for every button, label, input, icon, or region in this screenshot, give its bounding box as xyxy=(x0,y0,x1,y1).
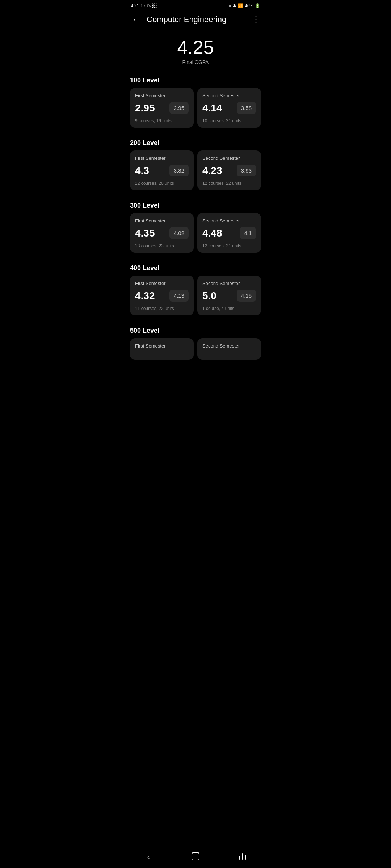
sem-courses-0-1: 10 courses, 21 units xyxy=(202,118,256,123)
semester-card-1-1[interactable]: Second Semester4.233.9312 courses, 22 un… xyxy=(197,150,261,190)
sem-title-4-0: First Semester xyxy=(135,343,189,349)
more-options-button[interactable]: ⋮ xyxy=(252,15,260,24)
sem-main-row-0-0: 2.952.95 xyxy=(135,102,189,114)
level-heading-2: 300 Level xyxy=(130,202,261,209)
sem-title-1-0: First Semester xyxy=(135,156,189,161)
semester-card-2-0[interactable]: First Semester4.354.0213 courses, 23 uni… xyxy=(130,213,194,253)
wifi-icon: 📶 xyxy=(238,3,243,8)
sem-courses-0-0: 9 courses, 19 units xyxy=(135,118,189,123)
semester-card-3-1[interactable]: Second Semester5.04.151 course, 4 units xyxy=(197,276,261,315)
level-section-1: 200 LevelFirst Semester4.33.8212 courses… xyxy=(125,139,266,199)
semester-row-3: First Semester4.324.1311 courses, 22 uni… xyxy=(130,276,261,315)
sem-main-row-3-0: 4.324.13 xyxy=(135,290,189,302)
media-icon: 🖼 xyxy=(152,3,157,8)
scroll-content: 100 LevelFirst Semester2.952.959 courses… xyxy=(125,77,266,397)
sem-cgpa-badge-1-0: 3.82 xyxy=(169,165,189,176)
sem-courses-2-1: 12 courses, 21 units xyxy=(202,243,256,248)
semester-card-4-0[interactable]: First Semester xyxy=(130,338,194,360)
semester-card-1-0[interactable]: First Semester4.33.8212 courses, 20 unit… xyxy=(130,150,194,190)
sem-main-row-2-0: 4.354.02 xyxy=(135,227,189,239)
sem-title-2-1: Second Semester xyxy=(202,218,256,224)
sem-gpa-0-0: 2.95 xyxy=(135,102,155,114)
sem-title-4-1: Second Semester xyxy=(202,343,256,349)
sem-main-row-3-1: 5.04.15 xyxy=(202,290,256,302)
sem-cgpa-badge-3-1: 4.15 xyxy=(237,290,256,302)
semester-card-2-1[interactable]: Second Semester4.484.112 courses, 21 uni… xyxy=(197,213,261,253)
level-section-4: 500 LevelFirst SemesterSecond Semester xyxy=(125,327,266,369)
battery-icon: 🔋 xyxy=(255,3,260,8)
sem-title-0-0: First Semester xyxy=(135,93,189,98)
semester-card-0-0[interactable]: First Semester2.952.959 courses, 19 unit… xyxy=(130,88,194,128)
time: 4:21 xyxy=(131,3,139,8)
semester-row-2: First Semester4.354.0213 courses, 23 uni… xyxy=(130,213,261,253)
sem-cgpa-badge-2-1: 4.1 xyxy=(240,227,256,239)
semester-row-4: First SemesterSecond Semester xyxy=(130,338,261,360)
sem-main-row-1-0: 4.33.82 xyxy=(135,165,189,176)
bluetooth-icon: ⨯ ✱ xyxy=(228,3,236,8)
level-heading-3: 400 Level xyxy=(130,264,261,272)
sem-cgpa-badge-2-0: 4.02 xyxy=(169,227,189,239)
sem-title-2-0: First Semester xyxy=(135,218,189,224)
sem-gpa-3-0: 4.32 xyxy=(135,290,155,302)
sem-cgpa-badge-0-1: 3.58 xyxy=(237,102,256,114)
semester-card-3-0[interactable]: First Semester4.324.1311 courses, 22 uni… xyxy=(130,276,194,315)
level-heading-1: 200 Level xyxy=(130,139,261,147)
semester-row-0: First Semester2.952.959 courses, 19 unit… xyxy=(130,88,261,128)
sem-title-3-0: First Semester xyxy=(135,281,189,286)
sem-gpa-0-1: 4.14 xyxy=(202,102,222,114)
sem-main-row-1-1: 4.233.93 xyxy=(202,165,256,176)
cgpa-label: Final CGPA xyxy=(125,59,266,65)
sem-gpa-2-0: 4.35 xyxy=(135,227,155,239)
sem-courses-2-0: 13 courses, 23 units xyxy=(135,243,189,248)
sem-cgpa-badge-0-0: 2.95 xyxy=(169,102,189,114)
speed-indicator: 1 kB/s xyxy=(140,4,151,8)
status-left: 4:21 1 kB/s 🖼 xyxy=(131,3,157,8)
status-bar: 4:21 1 kB/s 🖼 ⨯ ✱ 📶 46% 🔋 xyxy=(125,0,266,10)
sem-courses-1-0: 12 courses, 20 units xyxy=(135,181,189,186)
sem-gpa-2-1: 4.48 xyxy=(202,227,222,239)
cgpa-section: 4.25 Final CGPA xyxy=(125,31,266,74)
sem-cgpa-badge-1-1: 3.93 xyxy=(237,165,256,176)
sem-title-1-1: Second Semester xyxy=(202,156,256,161)
top-bar: ← Computer Engineering ⋮ xyxy=(125,10,266,31)
back-button[interactable]: ← xyxy=(131,13,142,26)
sem-title-0-1: Second Semester xyxy=(202,93,256,98)
sem-courses-1-1: 12 courses, 22 units xyxy=(202,181,256,186)
level-heading-4: 500 Level xyxy=(130,327,261,335)
semester-row-1: First Semester4.33.8212 courses, 20 unit… xyxy=(130,150,261,190)
semester-card-0-1[interactable]: Second Semester4.143.5810 courses, 21 un… xyxy=(197,88,261,128)
sem-courses-3-1: 1 course, 4 units xyxy=(202,306,256,311)
battery: 46% xyxy=(245,3,253,8)
sem-courses-3-0: 11 courses, 22 units xyxy=(135,306,189,311)
level-section-3: 400 LevelFirst Semester4.324.1311 course… xyxy=(125,264,266,324)
status-right: ⨯ ✱ 📶 46% 🔋 xyxy=(228,3,260,8)
sem-main-row-0-1: 4.143.58 xyxy=(202,102,256,114)
level-section-2: 300 LevelFirst Semester4.354.0213 course… xyxy=(125,202,266,261)
cgpa-value: 4.25 xyxy=(125,37,266,58)
sem-title-3-1: Second Semester xyxy=(202,281,256,286)
sem-gpa-3-1: 5.0 xyxy=(202,290,216,302)
sem-main-row-2-1: 4.484.1 xyxy=(202,227,256,239)
page-title: Computer Engineering xyxy=(147,15,226,24)
level-section-0: 100 LevelFirst Semester2.952.959 courses… xyxy=(125,77,266,136)
top-bar-left: ← Computer Engineering xyxy=(131,13,226,26)
level-heading-0: 100 Level xyxy=(130,77,261,84)
sem-gpa-1-0: 4.3 xyxy=(135,165,149,176)
sem-gpa-1-1: 4.23 xyxy=(202,165,222,176)
semester-card-4-1[interactable]: Second Semester xyxy=(197,338,261,360)
sem-cgpa-badge-3-0: 4.13 xyxy=(169,290,189,302)
